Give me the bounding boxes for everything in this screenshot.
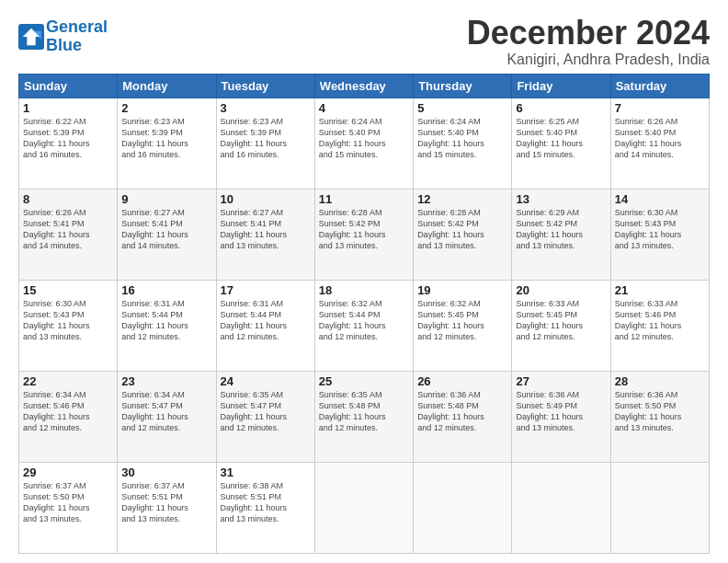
day-number: 11	[319, 192, 409, 206]
col-monday: Monday	[118, 74, 216, 98]
table-row: 18Sunrise: 6:32 AM Sunset: 5:44 PM Dayli…	[314, 280, 413, 371]
table-row: 10Sunrise: 6:27 AM Sunset: 5:41 PM Dayli…	[216, 189, 314, 280]
col-sunday: Sunday	[19, 74, 118, 98]
col-saturday: Saturday	[610, 74, 709, 98]
day-number: 25	[319, 374, 409, 388]
col-thursday: Thursday	[414, 74, 512, 98]
day-number: 23	[121, 374, 211, 388]
day-info: Sunrise: 6:35 AM Sunset: 5:48 PM Dayligh…	[319, 389, 409, 434]
day-number: 17	[221, 283, 311, 297]
table-row: 17Sunrise: 6:31 AM Sunset: 5:44 PM Dayli…	[216, 280, 314, 371]
day-info: Sunrise: 6:35 AM Sunset: 5:47 PM Dayligh…	[221, 389, 311, 434]
table-row: 21Sunrise: 6:33 AM Sunset: 5:46 PM Dayli…	[610, 280, 709, 371]
day-info: Sunrise: 6:26 AM Sunset: 5:41 PM Dayligh…	[23, 207, 113, 252]
day-number: 24	[221, 374, 311, 388]
table-row: 7Sunrise: 6:26 AM Sunset: 5:40 PM Daylig…	[610, 98, 709, 189]
day-number: 16	[121, 283, 211, 297]
table-row	[512, 462, 610, 553]
col-wednesday: Wednesday	[314, 74, 413, 98]
table-row: 19Sunrise: 6:32 AM Sunset: 5:45 PM Dayli…	[414, 280, 512, 371]
table-row: 13Sunrise: 6:29 AM Sunset: 5:42 PM Dayli…	[512, 189, 610, 280]
calendar-week-row: 1Sunrise: 6:22 AM Sunset: 5:39 PM Daylig…	[19, 98, 710, 189]
day-number: 6	[516, 101, 606, 115]
table-row: 31Sunrise: 6:38 AM Sunset: 5:51 PM Dayli…	[216, 462, 314, 553]
day-info: Sunrise: 6:31 AM Sunset: 5:44 PM Dayligh…	[221, 298, 311, 343]
day-number: 21	[615, 283, 705, 297]
table-row: 8Sunrise: 6:26 AM Sunset: 5:41 PM Daylig…	[19, 189, 118, 280]
day-info: Sunrise: 6:31 AM Sunset: 5:44 PM Dayligh…	[121, 298, 211, 343]
table-row	[610, 462, 709, 553]
table-row: 25Sunrise: 6:35 AM Sunset: 5:48 PM Dayli…	[314, 371, 413, 462]
day-number: 2	[121, 101, 211, 115]
day-info: Sunrise: 6:28 AM Sunset: 5:42 PM Dayligh…	[417, 207, 507, 252]
day-info: Sunrise: 6:23 AM Sunset: 5:39 PM Dayligh…	[121, 116, 211, 161]
day-number: 27	[516, 374, 606, 388]
calendar-week-row: 15Sunrise: 6:30 AM Sunset: 5:43 PM Dayli…	[19, 280, 710, 371]
logo-text: General Blue	[46, 18, 108, 55]
day-number: 4	[319, 101, 409, 115]
table-row: 1Sunrise: 6:22 AM Sunset: 5:39 PM Daylig…	[19, 98, 118, 189]
day-number: 22	[23, 374, 113, 388]
page: General Blue December 2024 Kanigiri, And…	[0, 0, 728, 563]
day-info: Sunrise: 6:36 AM Sunset: 5:49 PM Dayligh…	[516, 389, 606, 434]
table-row	[414, 462, 512, 553]
col-tuesday: Tuesday	[216, 74, 314, 98]
day-number: 12	[417, 192, 507, 206]
day-info: Sunrise: 6:22 AM Sunset: 5:39 PM Dayligh…	[23, 116, 113, 161]
subtitle: Kanigiri, Andhra Pradesh, India	[467, 52, 710, 68]
day-info: Sunrise: 6:32 AM Sunset: 5:45 PM Dayligh…	[417, 298, 507, 343]
table-row: 23Sunrise: 6:34 AM Sunset: 5:47 PM Dayli…	[118, 371, 216, 462]
calendar-table: Sunday Monday Tuesday Wednesday Thursday…	[18, 74, 710, 554]
table-row	[314, 462, 413, 553]
table-row: 28Sunrise: 6:36 AM Sunset: 5:50 PM Dayli…	[610, 371, 709, 462]
table-row: 22Sunrise: 6:34 AM Sunset: 5:46 PM Dayli…	[19, 371, 118, 462]
day-number: 19	[417, 283, 507, 297]
day-info: Sunrise: 6:25 AM Sunset: 5:40 PM Dayligh…	[516, 116, 606, 161]
day-number: 15	[23, 283, 113, 297]
day-number: 30	[121, 465, 211, 479]
day-info: Sunrise: 6:34 AM Sunset: 5:46 PM Dayligh…	[23, 389, 113, 434]
day-info: Sunrise: 6:27 AM Sunset: 5:41 PM Dayligh…	[121, 207, 211, 252]
table-row: 20Sunrise: 6:33 AM Sunset: 5:45 PM Dayli…	[512, 280, 610, 371]
day-number: 29	[23, 465, 113, 479]
day-info: Sunrise: 6:28 AM Sunset: 5:42 PM Dayligh…	[319, 207, 409, 252]
table-row: 24Sunrise: 6:35 AM Sunset: 5:47 PM Dayli…	[216, 371, 314, 462]
header: General Blue December 2024 Kanigiri, And…	[18, 15, 710, 68]
table-row: 30Sunrise: 6:37 AM Sunset: 5:51 PM Dayli…	[118, 462, 216, 553]
calendar-header-row: Sunday Monday Tuesday Wednesday Thursday…	[19, 74, 710, 98]
day-number: 8	[23, 192, 113, 206]
day-info: Sunrise: 6:27 AM Sunset: 5:41 PM Dayligh…	[221, 207, 311, 252]
day-number: 26	[417, 374, 507, 388]
day-number: 14	[615, 192, 705, 206]
table-row: 2Sunrise: 6:23 AM Sunset: 5:39 PM Daylig…	[118, 98, 216, 189]
table-row: 27Sunrise: 6:36 AM Sunset: 5:49 PM Dayli…	[512, 371, 610, 462]
day-number: 1	[23, 101, 113, 115]
day-info: Sunrise: 6:29 AM Sunset: 5:42 PM Dayligh…	[516, 207, 606, 252]
table-row: 4Sunrise: 6:24 AM Sunset: 5:40 PM Daylig…	[314, 98, 413, 189]
day-number: 31	[221, 465, 311, 479]
logo-icon	[18, 24, 44, 50]
day-info: Sunrise: 6:34 AM Sunset: 5:47 PM Dayligh…	[121, 389, 211, 434]
day-info: Sunrise: 6:30 AM Sunset: 5:43 PM Dayligh…	[23, 298, 113, 343]
day-info: Sunrise: 6:26 AM Sunset: 5:40 PM Dayligh…	[615, 116, 705, 161]
day-number: 5	[417, 101, 507, 115]
calendar-week-row: 8Sunrise: 6:26 AM Sunset: 5:41 PM Daylig…	[19, 189, 710, 280]
calendar-week-row: 22Sunrise: 6:34 AM Sunset: 5:46 PM Dayli…	[19, 371, 710, 462]
day-info: Sunrise: 6:36 AM Sunset: 5:48 PM Dayligh…	[417, 389, 507, 434]
day-info: Sunrise: 6:37 AM Sunset: 5:51 PM Dayligh…	[121, 480, 211, 525]
day-number: 7	[615, 101, 705, 115]
table-row: 14Sunrise: 6:30 AM Sunset: 5:43 PM Dayli…	[610, 189, 709, 280]
table-row: 6Sunrise: 6:25 AM Sunset: 5:40 PM Daylig…	[512, 98, 610, 189]
table-row: 26Sunrise: 6:36 AM Sunset: 5:48 PM Dayli…	[414, 371, 512, 462]
day-number: 3	[221, 101, 311, 115]
day-number: 18	[319, 283, 409, 297]
day-info: Sunrise: 6:33 AM Sunset: 5:46 PM Dayligh…	[615, 298, 705, 343]
table-row: 9Sunrise: 6:27 AM Sunset: 5:41 PM Daylig…	[118, 189, 216, 280]
day-info: Sunrise: 6:30 AM Sunset: 5:43 PM Dayligh…	[615, 207, 705, 252]
day-info: Sunrise: 6:38 AM Sunset: 5:51 PM Dayligh…	[221, 480, 311, 525]
day-info: Sunrise: 6:23 AM Sunset: 5:39 PM Dayligh…	[221, 116, 311, 161]
calendar-week-row: 29Sunrise: 6:37 AM Sunset: 5:50 PM Dayli…	[19, 462, 710, 553]
day-info: Sunrise: 6:36 AM Sunset: 5:50 PM Dayligh…	[615, 389, 705, 434]
title-block: December 2024 Kanigiri, Andhra Pradesh, …	[467, 15, 710, 68]
table-row: 29Sunrise: 6:37 AM Sunset: 5:50 PM Dayli…	[19, 462, 118, 553]
